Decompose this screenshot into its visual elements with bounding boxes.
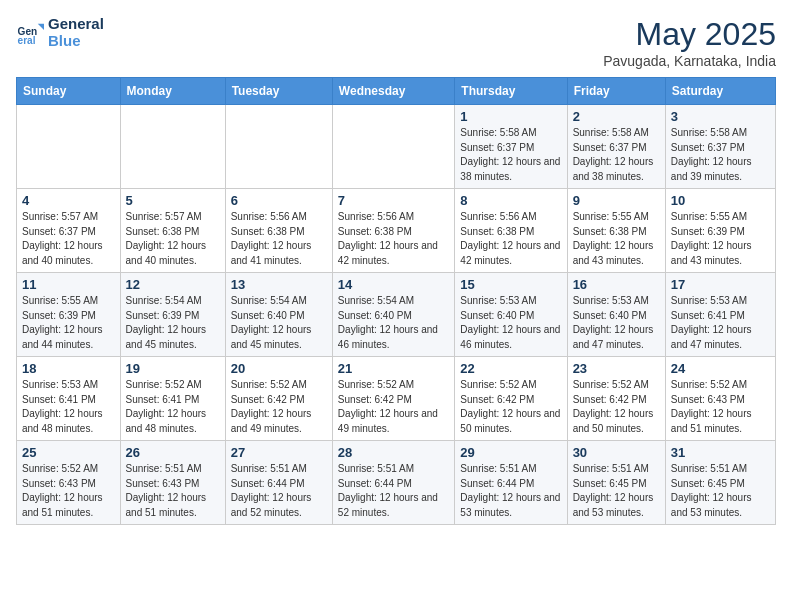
day-info: Sunrise: 5:53 AM Sunset: 6:41 PM Dayligh… (22, 378, 115, 436)
day-number: 27 (231, 445, 327, 460)
calendar-cell: 25Sunrise: 5:52 AM Sunset: 6:43 PM Dayli… (17, 441, 121, 525)
day-info: Sunrise: 5:52 AM Sunset: 6:43 PM Dayligh… (22, 462, 115, 520)
calendar-week-row: 11Sunrise: 5:55 AM Sunset: 6:39 PM Dayli… (17, 273, 776, 357)
day-of-week-header: Wednesday (332, 78, 455, 105)
title-block: May 2025 Pavugada, Karnataka, India (603, 16, 776, 69)
day-number: 31 (671, 445, 770, 460)
day-of-week-header: Tuesday (225, 78, 332, 105)
day-info: Sunrise: 5:51 AM Sunset: 6:43 PM Dayligh… (126, 462, 220, 520)
day-number: 15 (460, 277, 561, 292)
day-number: 12 (126, 277, 220, 292)
calendar-table: SundayMondayTuesdayWednesdayThursdayFrid… (16, 77, 776, 525)
day-info: Sunrise: 5:57 AM Sunset: 6:38 PM Dayligh… (126, 210, 220, 268)
day-number: 1 (460, 109, 561, 124)
day-info: Sunrise: 5:55 AM Sunset: 6:38 PM Dayligh… (573, 210, 660, 268)
calendar-cell: 8Sunrise: 5:56 AM Sunset: 6:38 PM Daylig… (455, 189, 567, 273)
calendar-cell: 12Sunrise: 5:54 AM Sunset: 6:39 PM Dayli… (120, 273, 225, 357)
day-number: 20 (231, 361, 327, 376)
calendar-cell (17, 105, 121, 189)
day-number: 19 (126, 361, 220, 376)
day-number: 30 (573, 445, 660, 460)
day-number: 8 (460, 193, 561, 208)
day-of-week-header: Saturday (665, 78, 775, 105)
calendar-cell: 30Sunrise: 5:51 AM Sunset: 6:45 PM Dayli… (567, 441, 665, 525)
day-number: 17 (671, 277, 770, 292)
calendar-cell: 18Sunrise: 5:53 AM Sunset: 6:41 PM Dayli… (17, 357, 121, 441)
day-info: Sunrise: 5:54 AM Sunset: 6:39 PM Dayligh… (126, 294, 220, 352)
day-number: 3 (671, 109, 770, 124)
calendar-cell (120, 105, 225, 189)
day-number: 5 (126, 193, 220, 208)
day-number: 16 (573, 277, 660, 292)
day-info: Sunrise: 5:57 AM Sunset: 6:37 PM Dayligh… (22, 210, 115, 268)
day-info: Sunrise: 5:53 AM Sunset: 6:40 PM Dayligh… (460, 294, 561, 352)
day-info: Sunrise: 5:51 AM Sunset: 6:45 PM Dayligh… (573, 462, 660, 520)
calendar-cell: 20Sunrise: 5:52 AM Sunset: 6:42 PM Dayli… (225, 357, 332, 441)
day-info: Sunrise: 5:56 AM Sunset: 6:38 PM Dayligh… (338, 210, 450, 268)
day-info: Sunrise: 5:52 AM Sunset: 6:42 PM Dayligh… (338, 378, 450, 436)
day-info: Sunrise: 5:52 AM Sunset: 6:42 PM Dayligh… (573, 378, 660, 436)
day-info: Sunrise: 5:58 AM Sunset: 6:37 PM Dayligh… (460, 126, 561, 184)
day-info: Sunrise: 5:55 AM Sunset: 6:39 PM Dayligh… (671, 210, 770, 268)
day-number: 25 (22, 445, 115, 460)
calendar-cell: 10Sunrise: 5:55 AM Sunset: 6:39 PM Dayli… (665, 189, 775, 273)
calendar-cell: 7Sunrise: 5:56 AM Sunset: 6:38 PM Daylig… (332, 189, 455, 273)
calendar-cell: 1Sunrise: 5:58 AM Sunset: 6:37 PM Daylig… (455, 105, 567, 189)
day-info: Sunrise: 5:56 AM Sunset: 6:38 PM Dayligh… (231, 210, 327, 268)
calendar-cell: 9Sunrise: 5:55 AM Sunset: 6:38 PM Daylig… (567, 189, 665, 273)
day-info: Sunrise: 5:52 AM Sunset: 6:41 PM Dayligh… (126, 378, 220, 436)
calendar-week-row: 4Sunrise: 5:57 AM Sunset: 6:37 PM Daylig… (17, 189, 776, 273)
month-title: May 2025 (603, 16, 776, 53)
day-info: Sunrise: 5:55 AM Sunset: 6:39 PM Dayligh… (22, 294, 115, 352)
calendar-cell: 19Sunrise: 5:52 AM Sunset: 6:41 PM Dayli… (120, 357, 225, 441)
calendar-week-row: 18Sunrise: 5:53 AM Sunset: 6:41 PM Dayli… (17, 357, 776, 441)
day-number: 18 (22, 361, 115, 376)
calendar-week-row: 25Sunrise: 5:52 AM Sunset: 6:43 PM Dayli… (17, 441, 776, 525)
calendar-cell: 16Sunrise: 5:53 AM Sunset: 6:40 PM Dayli… (567, 273, 665, 357)
calendar-cell (225, 105, 332, 189)
calendar-cell: 2Sunrise: 5:58 AM Sunset: 6:37 PM Daylig… (567, 105, 665, 189)
day-number: 28 (338, 445, 450, 460)
logo: Gen eral General Blue (16, 16, 104, 49)
day-of-week-header: Sunday (17, 78, 121, 105)
day-number: 14 (338, 277, 450, 292)
day-info: Sunrise: 5:53 AM Sunset: 6:41 PM Dayligh… (671, 294, 770, 352)
day-number: 26 (126, 445, 220, 460)
day-number: 4 (22, 193, 115, 208)
logo-text-line2: Blue (48, 33, 104, 50)
day-info: Sunrise: 5:58 AM Sunset: 6:37 PM Dayligh… (671, 126, 770, 184)
calendar-cell: 23Sunrise: 5:52 AM Sunset: 6:42 PM Dayli… (567, 357, 665, 441)
calendar-cell: 21Sunrise: 5:52 AM Sunset: 6:42 PM Dayli… (332, 357, 455, 441)
day-info: Sunrise: 5:51 AM Sunset: 6:44 PM Dayligh… (231, 462, 327, 520)
calendar-cell: 24Sunrise: 5:52 AM Sunset: 6:43 PM Dayli… (665, 357, 775, 441)
day-of-week-header: Friday (567, 78, 665, 105)
calendar-cell: 22Sunrise: 5:52 AM Sunset: 6:42 PM Dayli… (455, 357, 567, 441)
day-number: 9 (573, 193, 660, 208)
calendar-cell: 15Sunrise: 5:53 AM Sunset: 6:40 PM Dayli… (455, 273, 567, 357)
calendar-cell: 27Sunrise: 5:51 AM Sunset: 6:44 PM Dayli… (225, 441, 332, 525)
day-info: Sunrise: 5:52 AM Sunset: 6:42 PM Dayligh… (460, 378, 561, 436)
day-number: 2 (573, 109, 660, 124)
day-number: 29 (460, 445, 561, 460)
calendar-cell: 29Sunrise: 5:51 AM Sunset: 6:44 PM Dayli… (455, 441, 567, 525)
day-of-week-header: Monday (120, 78, 225, 105)
day-info: Sunrise: 5:51 AM Sunset: 6:44 PM Dayligh… (338, 462, 450, 520)
day-of-week-header: Thursday (455, 78, 567, 105)
day-info: Sunrise: 5:58 AM Sunset: 6:37 PM Dayligh… (573, 126, 660, 184)
svg-text:eral: eral (18, 34, 36, 45)
calendar-cell: 3Sunrise: 5:58 AM Sunset: 6:37 PM Daylig… (665, 105, 775, 189)
calendar-cell: 17Sunrise: 5:53 AM Sunset: 6:41 PM Dayli… (665, 273, 775, 357)
day-header-row: SundayMondayTuesdayWednesdayThursdayFrid… (17, 78, 776, 105)
day-number: 6 (231, 193, 327, 208)
calendar-cell: 28Sunrise: 5:51 AM Sunset: 6:44 PM Dayli… (332, 441, 455, 525)
day-info: Sunrise: 5:54 AM Sunset: 6:40 PM Dayligh… (338, 294, 450, 352)
day-number: 22 (460, 361, 561, 376)
day-info: Sunrise: 5:52 AM Sunset: 6:43 PM Dayligh… (671, 378, 770, 436)
calendar-cell: 14Sunrise: 5:54 AM Sunset: 6:40 PM Dayli… (332, 273, 455, 357)
calendar-cell (332, 105, 455, 189)
logo-text-line1: General (48, 16, 104, 33)
day-number: 10 (671, 193, 770, 208)
day-number: 11 (22, 277, 115, 292)
calendar-cell: 4Sunrise: 5:57 AM Sunset: 6:37 PM Daylig… (17, 189, 121, 273)
day-number: 23 (573, 361, 660, 376)
